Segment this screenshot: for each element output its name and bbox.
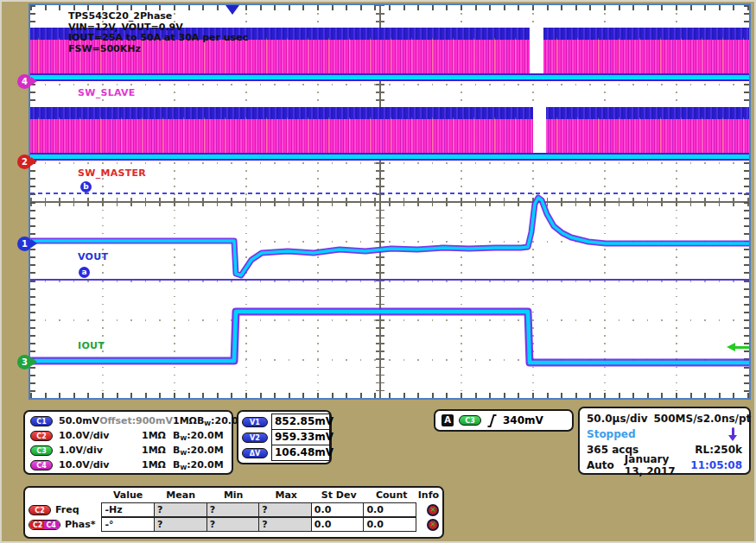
trigger-mode-badge: A — [442, 414, 454, 426]
channel-4-impedance: 1MΩ — [142, 459, 173, 470]
channel-1-arrow-icon — [31, 239, 37, 248]
phase-min: ? — [206, 517, 260, 532]
freq-source-badge: C2 — [29, 505, 51, 515]
header-max: Max — [260, 489, 313, 502]
date-time-row: Auto January 13, 2017 11:05:08 — [580, 458, 749, 473]
measurement-row-freq[interactable]: C2 Freq -Hz ? ? ? 0.0 0.0 — [29, 502, 439, 517]
acquisition-status: Stopped — [587, 428, 636, 440]
channel-1-impedance: 1MΩ — [173, 415, 197, 426]
freq-max: ? — [258, 502, 312, 517]
v1-value: 852.85mV — [271, 414, 330, 430]
trigger-level-arrow-tail — [734, 346, 749, 349]
header-stdev: St Dev — [313, 489, 365, 502]
trigger-source-badge: C3 — [459, 415, 481, 426]
phase-max: ? — [258, 517, 312, 532]
cursor-v2-row: V2 959.33mV — [238, 429, 330, 445]
channel-settings-box[interactable]: C1 50.0mV Offset:900mV 1MΩ BW:20.0M C2 1… — [23, 410, 233, 475]
phase-source-badge: C2C4 — [29, 520, 60, 530]
cursor-v1-row: V1 852.85mV — [238, 414, 330, 430]
header-info: Info — [418, 489, 439, 502]
channel-2-scale: 10.0V/div — [59, 430, 112, 441]
sw-master-label: SW_MASTER — [78, 167, 146, 179]
sample-resolution: 2.0ns/pt — [703, 413, 752, 425]
channel-3-bandwidth: BW:20.0M — [173, 445, 226, 457]
annotation-line: FSW=500KHz — [68, 44, 248, 55]
freq-info-icon[interactable] — [427, 504, 439, 516]
channel-2-bandwidth: BW:20.0M — [173, 430, 226, 442]
channel-3-arrow-icon — [31, 357, 37, 366]
timebase-row: 50.0µs/div 500MS/s 2.0ns/pt — [580, 411, 749, 426]
horizontal-acquisition-box[interactable]: 50.0µs/div 500MS/s 2.0ns/pt Stopped 365 … — [578, 407, 751, 475]
time-label: 11:05:08 — [690, 459, 742, 471]
freq-value: -Hz — [101, 502, 155, 517]
channel-1-settings-row[interactable]: C1 50.0mV Offset:900mV 1MΩ BW:20.0M — [25, 414, 232, 428]
channel-4-bandwidth: BW:20.0M — [173, 459, 226, 471]
channel-1-position-marker[interactable]: 1 — [17, 237, 32, 251]
iout-trace — [30, 312, 749, 363]
freq-min: ? — [206, 502, 260, 517]
channel-2-impedance: 1MΩ — [142, 430, 173, 441]
annotation-line: IOUT=25A to 50A at 30A per usec — [68, 33, 248, 44]
cursor-dv-row: ΔV 106.48mV — [238, 445, 330, 461]
channel-3-impedance: 1MΩ — [142, 445, 173, 456]
channel-1-badge[interactable]: C1 — [30, 416, 53, 426]
phase-mean: ? — [154, 517, 207, 532]
channel-4-position-marker[interactable]: 4 — [17, 74, 32, 89]
user-annotation: TPS543C20_2Phase VIN=12V, VOUT=0.9V IOUT… — [68, 11, 248, 54]
trigger-level-value: 340mV — [503, 414, 543, 426]
channel-2-badge[interactable]: C2 — [30, 431, 53, 441]
header-min: Min — [207, 489, 260, 502]
channel-2-arrow-icon — [31, 157, 37, 166]
channel-3-settings-row[interactable]: C3 1.0V/div 1MΩ BW:20.0M — [25, 443, 232, 458]
channel-3-badge[interactable]: C3 — [30, 445, 53, 456]
measurement-table[interactable]: Value Mean Min Max St Dev Count Info C2 … — [23, 486, 444, 539]
oscilloscope-screenshot: { "display": { "annotation_lines": ["TPS… — [0, 0, 756, 543]
channel-4-badge[interactable]: C4 — [30, 460, 53, 470]
trigger-level-arrow[interactable] — [727, 343, 749, 351]
phase-stdev: 0.0 — [311, 517, 365, 532]
v2-badge: V2 — [242, 433, 268, 443]
phase-info-icon[interactable] — [427, 519, 439, 531]
channel-1-scale: 50.0mV — [59, 415, 99, 426]
trigger-mode-label: Auto — [587, 459, 614, 471]
sample-rate: 500MS/s — [654, 413, 703, 425]
vout-trace-fringe — [30, 198, 749, 275]
measurement-row-phase[interactable]: C2C4 Phas* -° ? ? ? 0.0 0.0 — [29, 517, 439, 532]
channel-2-settings-row[interactable]: C2 10.0V/div 1MΩ BW:20.0M — [25, 428, 232, 443]
v1-badge: V1 — [242, 417, 268, 427]
freq-measurement-name: Freq — [55, 504, 79, 515]
channel-3-position-marker[interactable]: 3 — [17, 355, 32, 369]
header-value: Value — [102, 489, 155, 502]
rising-edge-icon — [486, 414, 498, 427]
delta-v-badge: ΔV — [242, 448, 268, 458]
cursor-readout-box[interactable]: V1 852.85mV V2 959.33mV ΔV 106.48mV — [237, 410, 332, 464]
header-count: Count — [365, 489, 418, 502]
scope-display: b a TPS543C20_2Phase VIN=12V, VOUT=0.9V … — [29, 3, 751, 400]
channel-2-position-marker[interactable]: 2 — [17, 155, 32, 169]
iout-label: IOUT — [78, 340, 105, 351]
v2-value: 959.33mV — [271, 429, 330, 445]
iout-trace-fringe — [30, 312, 749, 363]
freq-mean: ? — [154, 502, 207, 517]
annotation-line: TPS543C20_2Phase — [68, 11, 248, 22]
trigger-readout-box[interactable]: A C3 340mV — [434, 409, 574, 432]
channel-1-offset: Offset:900mV — [99, 415, 173, 426]
header-mean: Mean — [155, 489, 207, 502]
analog-traces — [30, 5, 749, 398]
record-length: RL:250k — [695, 444, 742, 456]
phase-count: 0.0 — [363, 517, 416, 532]
acquisition-status-row: Stopped — [580, 426, 749, 442]
vout-label: VOUT — [78, 251, 108, 262]
vout-trace — [30, 198, 749, 275]
channel-4-scale: 10.0V/div — [59, 459, 112, 470]
freq-stdev: 0.0 — [311, 502, 365, 517]
phase-value: -° — [101, 517, 155, 532]
delta-v-value: 106.48mV — [271, 445, 330, 461]
channel-4-settings-row[interactable]: C4 10.0V/div 1MΩ BW:20.0M — [25, 458, 232, 472]
horizontal-scale: 50.0µs/div — [587, 413, 648, 425]
marker-down-arrow-icon — [728, 427, 737, 441]
sw-slave-label: SW_SLAVE — [78, 87, 136, 98]
phase-measurement-name: Phas* — [65, 519, 96, 530]
freq-count: 0.0 — [363, 502, 416, 517]
channel-4-arrow-icon — [31, 77, 37, 85]
